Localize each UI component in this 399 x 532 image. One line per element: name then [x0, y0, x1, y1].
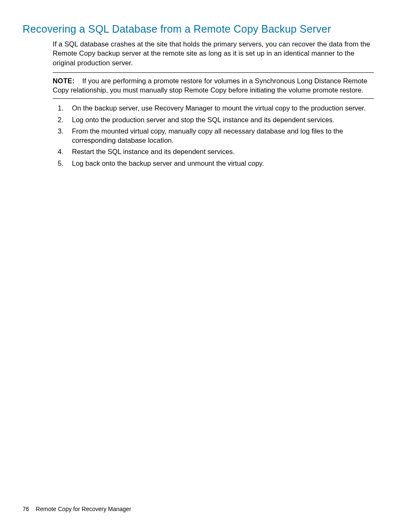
section-heading: Recovering a SQL Database from a Remote …: [23, 23, 374, 35]
steps-list: On the backup server, use Recovery Manag…: [53, 103, 374, 168]
page-footer: 76Remote Copy for Recovery Manager: [23, 506, 131, 512]
step-item: On the backup server, use Recovery Manag…: [53, 103, 374, 113]
step-item: Restart the SQL instance and its depende…: [53, 147, 374, 156]
note-text: If you are performing a promote restore …: [53, 77, 367, 94]
step-item: From the mounted virtual copy, manually …: [53, 126, 374, 145]
intro-paragraph: If a SQL database crashes at the site th…: [53, 39, 374, 67]
step-item: Log back onto the backup server and unmo…: [53, 159, 374, 168]
step-item: Log onto the production server and stop …: [53, 115, 374, 124]
note-label: NOTE:: [53, 77, 74, 85]
note-body: NOTE: If you are performing a promote re…: [53, 76, 374, 95]
page-number: 76: [23, 506, 29, 512]
note-box: NOTE: If you are performing a promote re…: [53, 72, 374, 99]
page-content: Recovering a SQL Database from a Remote …: [0, 0, 399, 168]
footer-section: Remote Copy for Recovery Manager: [36, 506, 131, 512]
